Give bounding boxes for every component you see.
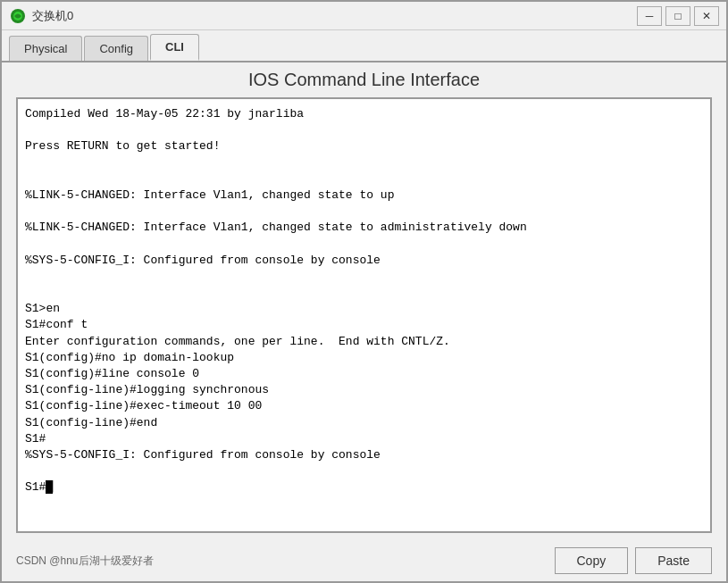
watermark: CSDN @hnu后湖十级爱好者 <box>16 554 154 569</box>
title-bar-left: 交换机0 <box>9 7 73 25</box>
copy-button[interactable]: Copy <box>555 547 629 574</box>
bottom-bar: CSDN @hnu后湖十级爱好者 Copy Paste <box>2 540 726 581</box>
terminal-cursor: █ <box>46 480 53 494</box>
content-area: IOS Command Line Interface Compiled Wed … <box>2 62 726 540</box>
main-window: 交换机0 ─ □ ✕ Physical Config CLI IOS Comma… <box>0 0 728 583</box>
close-button[interactable]: ✕ <box>694 6 719 26</box>
action-buttons: Copy Paste <box>555 547 713 574</box>
terminal-wrapper: Compiled Wed 18-May-05 22:31 by jnarliba… <box>16 97 712 533</box>
terminal-output[interactable]: Compiled Wed 18-May-05 22:31 by jnarliba… <box>18 99 710 531</box>
minimize-button[interactable]: ─ <box>637 6 662 26</box>
tab-cli[interactable]: CLI <box>150 34 199 61</box>
tab-bar: Physical Config CLI <box>2 30 726 62</box>
title-bar: 交换机0 ─ □ ✕ <box>2 2 726 30</box>
tab-physical[interactable]: Physical <box>9 36 82 61</box>
paste-button[interactable]: Paste <box>635 547 712 574</box>
window-title: 交换机0 <box>32 8 73 24</box>
maximize-button[interactable]: □ <box>665 6 690 26</box>
page-title: IOS Command Line Interface <box>16 70 712 90</box>
tab-config[interactable]: Config <box>84 36 148 61</box>
title-bar-controls: ─ □ ✕ <box>637 6 719 26</box>
window-icon <box>9 7 27 25</box>
